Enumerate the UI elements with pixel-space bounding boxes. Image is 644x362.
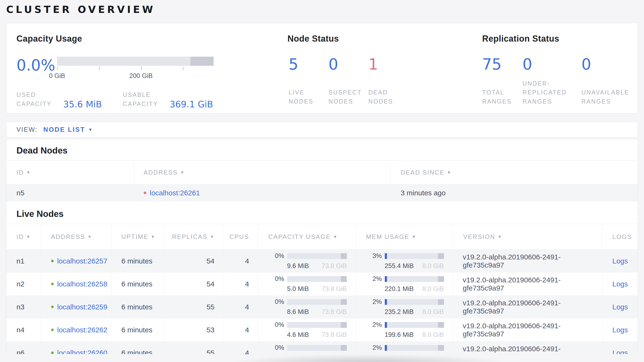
capacity-usage: 0%5.0 MiB73.8 GiB [258, 275, 356, 293]
memory-usage-reserved-segment [438, 345, 444, 351]
live-node-address-cell: localhost:26259 [41, 295, 111, 318]
live-node-logs-link[interactable]: Logs [612, 257, 628, 265]
memory-usage: 2%199.6 MiB8.0 GiB [356, 321, 453, 338]
capacity-usage-percent: 0% [268, 298, 287, 306]
memory-used-value: 235.2 MiB [385, 308, 414, 316]
live-node-address-link[interactable]: localhost:26260 [57, 349, 108, 354]
capacity-usage-reserved-segment [341, 322, 347, 328]
live-node-address-link[interactable]: localhost:26257 [57, 257, 108, 265]
node-dead-dot-icon [144, 192, 146, 194]
capacity-usage-title: Capacity Usage [16, 34, 281, 44]
replication-label-unavailable-ranges: UNAVAILABLE RANGES [582, 88, 638, 106]
node-live-dot-icon [51, 328, 54, 331]
capacity-usage-percent: 0% [268, 252, 287, 260]
usable-capacity-stat: USABLE CAPACITY 369.1 GiB [123, 90, 213, 108]
memory-used-value: 220.1 MiB [385, 285, 414, 293]
used-capacity-value: 35.6 MiB [63, 99, 102, 109]
replication-label-total-ranges: TOTAL RANGES [482, 88, 522, 106]
memory-total-value: 8.0 GiB [422, 308, 444, 316]
live-nodes-column-header-capacity-usage[interactable]: CAPACITY USAGE▼ [258, 224, 356, 250]
live-node-address-cell: localhost:26260 [41, 341, 111, 354]
memory-usage-percent: 2% [366, 275, 385, 283]
dead-nodes-column-header-address[interactable]: ADDRESS▼ [134, 161, 390, 185]
memory-total-value: 8.0 GiB [422, 262, 444, 270]
live-nodes-heading: Live Nodes [6, 201, 638, 224]
live-node-logs-cell: Logs [602, 341, 638, 354]
dead-nodes-column-header-id[interactable]: ID▼ [6, 161, 134, 185]
live-node-logs-link[interactable]: Logs [612, 326, 628, 334]
live-nodes-column-header-mem-usage[interactable]: MEM USAGE▼ [356, 224, 453, 250]
capacity-usage-bar-chart: 0 GiB200 GiB [57, 57, 214, 80]
live-node-uptime-cell: 6 minutes [111, 318, 164, 341]
live-node-address-cell: localhost:26257 [41, 250, 111, 273]
capacity-used-value: 5.0 MiB [287, 285, 309, 293]
live-node-logs-link[interactable]: Logs [612, 303, 628, 311]
live-node-mem-usage-cell: 2%225.5 MiB8.0 GiB [356, 341, 453, 354]
live-node-row: n3localhost:262596 minutes5540%8.6 MiB73… [6, 295, 638, 318]
live-node-logs-cell: Logs [602, 318, 638, 341]
capacity-axis-tick [99, 67, 100, 70]
capacity-usage-bar [57, 57, 214, 66]
live-node-logs-cell: Logs [602, 250, 638, 273]
live-node-cpus-cell: 4 [224, 250, 258, 273]
cluster-summary-card: Capacity Usage 0.0% 0 GiB200 GiB USED CA… [6, 23, 638, 113]
live-nodes-column-header-version[interactable]: VERSION▼ [453, 224, 602, 250]
view-selector-bar: VIEW: NODE LIST ▾ [6, 122, 638, 137]
capacity-usage-reserved-segment [341, 299, 347, 305]
sort-desc-icon: ▼ [151, 235, 156, 239]
memory-total-value: 8.0 GiB [422, 331, 444, 338]
node-live-dot-icon [51, 306, 54, 308]
usable-capacity-label: USABLE CAPACITY [123, 90, 164, 108]
sort-desc-icon: ▼ [498, 235, 502, 239]
memory-usage-bar [385, 322, 444, 328]
memory-used-value: 255.4 MiB [385, 262, 414, 270]
sort-desc-icon: ▼ [412, 235, 416, 239]
memory-usage-bar [385, 345, 444, 351]
live-node-replicas-cell: 53 [164, 318, 224, 341]
capacity-usage-percent: 0% [268, 344, 287, 351]
live-nodes-column-header-uptime[interactable]: UPTIME▼ [111, 224, 164, 250]
sort-desc-icon: ▼ [210, 235, 214, 239]
dead-node-address-link[interactable]: localhost:26261 [150, 189, 200, 197]
live-nodes-column-header-cpus: CPUS [224, 224, 258, 250]
cluster-overview-page: CLUSTER OVERVIEW Capacity Usage 0.0% 0 G… [0, 0, 644, 362]
dead-nodes-column-header-dead-since[interactable]: DEAD SINCE▼ [390, 161, 638, 185]
dead-nodes-table: ID▼ADDRESS▼DEAD SINCE▼ n5localhost:26261… [6, 160, 638, 201]
live-node-version-cell: v19.2.0-alpha.20190606-2491-gfe735c9a97 [453, 295, 602, 318]
live-node-logs-cell: Logs [602, 273, 638, 295]
live-node-logs-link[interactable]: Logs [612, 280, 628, 288]
live-nodes-header-row: ID▼ADDRESS▼UPTIME▼REPLICAS▼CPUSCAPACITY … [6, 224, 638, 250]
live-node-logs-link[interactable]: Logs [612, 349, 628, 354]
memory-usage-fill-segment [385, 299, 387, 305]
live-node-address-link[interactable]: localhost:26258 [57, 280, 108, 288]
view-dropdown-selected: NODE LIST [44, 126, 86, 133]
memory-usage-reserved-segment [438, 322, 444, 328]
live-node-replicas-cell: 55 [164, 341, 224, 354]
live-nodes-column-header-id[interactable]: ID▼ [6, 224, 41, 250]
replication-value-under-replicated-ranges: 0 [522, 57, 582, 72]
live-node-address-link[interactable]: localhost:26259 [57, 303, 108, 311]
live-node-uptime-cell: 6 minutes [111, 295, 164, 318]
live-node-uptime-cell: 6 minutes [111, 341, 164, 354]
live-node-id-cell: n4 [6, 318, 41, 341]
live-node-row: n1localhost:262576 minutes5440%9.6 MiB73… [6, 250, 638, 273]
capacity-usage: 0%8.6 MiB73.8 GiB [258, 298, 356, 316]
capacity-usage-percent: 0% [268, 275, 287, 283]
capacity-total-value: 73.8 GiB [322, 308, 346, 316]
replication-value-unavailable-ranges: 0 [582, 57, 638, 72]
memory-usage-fill-segment [385, 345, 387, 351]
live-node-cpus-cell: 4 [224, 273, 258, 295]
view-dropdown[interactable]: NODE LIST ▾ [44, 126, 92, 133]
chevron-down-icon: ▾ [89, 127, 92, 132]
live-nodes-column-header-replicas[interactable]: REPLICAS▼ [164, 224, 224, 250]
sort-desc-icon: ▼ [88, 235, 92, 239]
node-status-title: Node Status [281, 34, 476, 44]
live-node-address-link[interactable]: localhost:26262 [57, 326, 108, 334]
live-node-mem-usage-cell: 2%235.2 MiB8.0 GiB [356, 295, 453, 318]
dead-node-dead-since-cell: 3 minutes ago [390, 185, 638, 201]
memory-usage-percent: 2% [366, 298, 385, 306]
capacity-usage-reserved-segment [341, 345, 347, 351]
capacity-total-value: 73.8 GiB [322, 331, 346, 338]
capacity-usage-bar [287, 253, 347, 259]
live-nodes-column-header-address[interactable]: ADDRESS▼ [41, 224, 111, 250]
